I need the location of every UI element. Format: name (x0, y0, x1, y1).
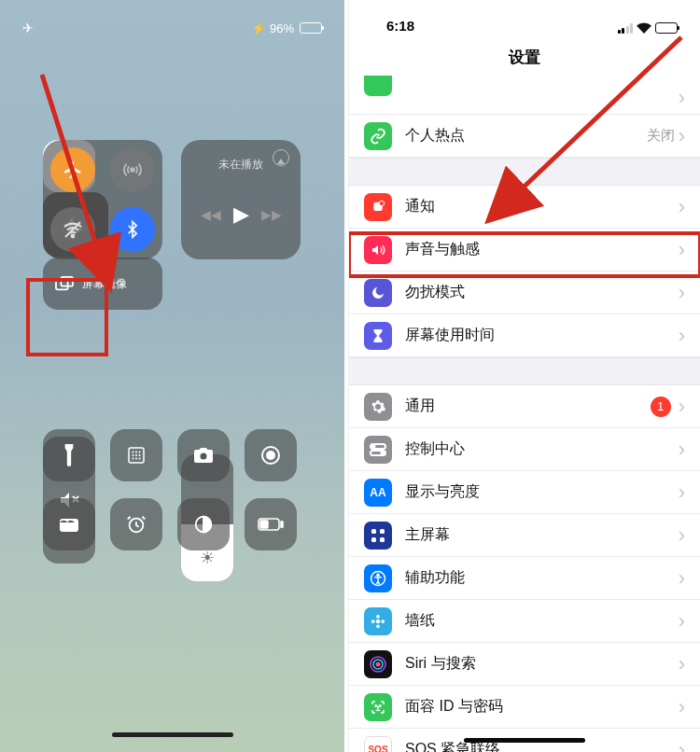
svg-point-43 (371, 620, 375, 623)
section-separator (349, 357, 700, 385)
now-playing-tile[interactable]: 未在播放 ◀◀ ▶ ▶▶ (181, 140, 301, 259)
settings-row-homescreen[interactable]: 主屏幕 › (349, 514, 700, 557)
annotation-arrow (448, 28, 691, 243)
chevron-icon: › (679, 525, 685, 546)
hourglass-icon (364, 322, 392, 350)
camera-button[interactable] (177, 429, 230, 481)
chevron-icon: › (679, 654, 685, 675)
notification-badge: 1 (651, 397, 671, 417)
play-button[interactable]: ▶ (233, 202, 249, 227)
svg-point-9 (133, 452, 134, 453)
chevron-icon: › (679, 326, 685, 346)
wallet-button[interactable] (43, 498, 95, 550)
svg-rect-34 (371, 529, 376, 534)
svg-point-13 (135, 454, 137, 456)
chevron-icon: › (679, 283, 685, 303)
settings-screen: 6:18 设置 . › 个人热点 关闭 › (348, 0, 700, 752)
svg-point-12 (133, 454, 134, 456)
settings-row-faceid[interactable]: 面容 ID 与密码 › (349, 686, 700, 729)
svg-point-29 (379, 201, 384, 205)
clock: 6:18 (386, 18, 414, 34)
svg-point-20 (267, 452, 274, 459)
gear-icon (364, 393, 392, 421)
svg-rect-37 (380, 537, 385, 542)
row-label: 面容 ID 与密码 (405, 697, 679, 717)
svg-point-17 (139, 458, 141, 460)
siri-icon (364, 650, 392, 678)
svg-point-10 (135, 452, 137, 453)
chevron-icon: › (679, 568, 685, 589)
svg-point-31 (372, 445, 375, 448)
settings-row-display[interactable]: AA 显示与亮度 › (349, 471, 700, 514)
svg-point-15 (133, 458, 134, 460)
svg-rect-25 (281, 522, 283, 527)
faceid-icon (364, 693, 392, 721)
svg-point-18 (201, 453, 207, 460)
settings-row-screentime[interactable]: 屏幕使用时间 › (349, 314, 700, 357)
chevron-icon: › (679, 740, 685, 753)
svg-rect-36 (371, 537, 376, 542)
svg-point-47 (376, 661, 381, 666)
row-label: 控制中心 (405, 439, 679, 459)
svg-point-48 (375, 704, 377, 706)
svg-point-33 (382, 452, 385, 454)
home-indicator[interactable] (112, 732, 233, 737)
svg-point-42 (376, 624, 380, 628)
settings-row-controlcenter[interactable]: 控制中心 › (349, 428, 700, 471)
svg-point-16 (135, 458, 137, 460)
chevron-icon: › (679, 611, 685, 632)
annotation-arrow (28, 65, 140, 308)
switches-icon (364, 436, 392, 464)
battery-icon (300, 22, 322, 34)
flower-icon (364, 607, 392, 635)
flashlight-button[interactable] (43, 429, 95, 481)
chevron-icon: › (679, 482, 685, 503)
home-indicator[interactable] (464, 738, 585, 743)
row-label: Siri 与搜索 (405, 654, 679, 674)
row-label: 通用 (405, 397, 651, 416)
svg-line-27 (42, 75, 107, 280)
svg-point-44 (381, 620, 385, 623)
calculator-button[interactable] (110, 429, 162, 481)
low-power-button[interactable] (245, 498, 297, 550)
svg-point-40 (376, 619, 381, 623)
settings-row-wallpaper[interactable]: 墙纸 › (349, 600, 700, 643)
sos-icon: SOS (364, 736, 392, 753)
battery-percent: ⚡ 96% (251, 21, 294, 35)
row-label: 屏幕使用时间 (405, 326, 679, 345)
row-label: 辅助功能 (405, 568, 679, 588)
settings-row-accessibility[interactable]: 辅助功能 › (349, 557, 700, 600)
svg-rect-35 (380, 529, 385, 534)
settings-row-siri[interactable]: Siri 与搜索 › (349, 643, 700, 686)
control-center-screen: ✈ ⚡ 96% (0, 0, 344, 752)
airplay-icon[interactable] (273, 149, 289, 166)
prev-track-button[interactable]: ◀◀ (201, 207, 221, 222)
svg-point-11 (139, 452, 141, 453)
bell-icon (364, 193, 392, 221)
row-label: 主屏幕 (405, 525, 679, 545)
next-track-button[interactable]: ▶▶ (261, 207, 282, 222)
chevron-icon: › (679, 439, 685, 460)
svg-point-41 (376, 614, 380, 618)
settings-row-general[interactable]: 通用 1 › (349, 385, 700, 428)
chevron-icon: › (679, 697, 685, 717)
list-icon (364, 76, 392, 96)
record-button[interactable] (245, 429, 297, 481)
svg-point-39 (377, 574, 379, 576)
svg-rect-26 (260, 521, 268, 528)
text-size-icon: AA (364, 479, 392, 507)
sun-icon: ☀ (200, 548, 215, 568)
svg-point-49 (380, 704, 382, 706)
svg-point-14 (139, 454, 141, 456)
status-bar: ✈ ⚡ 96% (0, 0, 344, 47)
dark-mode-button[interactable] (177, 498, 230, 550)
alarm-button[interactable] (110, 498, 162, 550)
chevron-icon: › (679, 397, 685, 417)
moon-icon (364, 279, 392, 307)
accessibility-icon (364, 564, 392, 592)
svg-line-62 (495, 37, 681, 215)
grid-icon (364, 522, 392, 550)
row-label: 勿扰模式 (405, 283, 679, 302)
row-label: 墙纸 (405, 611, 679, 631)
link-icon (364, 122, 392, 150)
